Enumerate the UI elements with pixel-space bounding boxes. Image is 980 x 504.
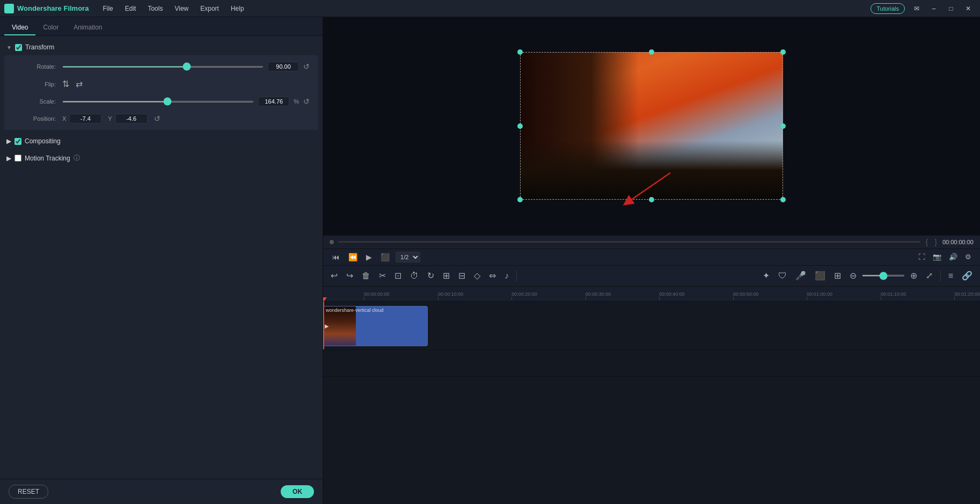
logo-icon — [4, 4, 14, 13]
split-button[interactable]: ⇔ — [486, 268, 499, 283]
scale-reset-icon[interactable]: ↺ — [303, 97, 310, 106]
handle-mid-right[interactable] — [780, 123, 786, 129]
fit-button[interactable]: ⤢ — [923, 268, 936, 283]
motion-tracking-checkbox[interactable] — [14, 155, 21, 162]
grid-button[interactable]: ⊞ — [831, 268, 844, 283]
ruler-mark-0: 00:00:00:00 — [364, 291, 390, 300]
app-logo: Wondershare Filmora — [4, 4, 89, 13]
position-row: Position: X -7.4 Y -4.6 ↺ — [13, 114, 310, 123]
shield-button[interactable]: 🛡 — [775, 269, 790, 283]
skip-back-button[interactable]: ⏮ — [330, 251, 342, 263]
tab-animation[interactable]: Animation — [66, 20, 109, 35]
position-x-group: X -7.4 — [62, 114, 101, 123]
timeline-track[interactable] — [338, 241, 920, 243]
motion-tracking-section: ▶ Motion Tracking ⓘ — [4, 150, 318, 166]
track-add-button[interactable]: ≡ — [945, 269, 956, 283]
right-panel: { } 00:00:00:00 ⏮ ⏪ ▶ ⬛ 1/2 ⛶ 📷 🔊 ⚙ — [323, 17, 980, 504]
mic-button[interactable]: 🎤 — [792, 268, 809, 283]
rotate-tool-button[interactable]: ↻ — [424, 268, 437, 283]
settings-button[interactable]: ⚙ — [963, 252, 974, 262]
handle-top-mid[interactable] — [649, 49, 654, 55]
fullscreen-button[interactable]: ⛶ — [916, 252, 927, 262]
link-button[interactable]: 🔗 — [959, 268, 976, 283]
transform-body: Rotate: 90.00 ↺ Flip: ⇅ ⇄ — [4, 55, 318, 130]
handle-top-right[interactable] — [780, 49, 786, 55]
play-button[interactable]: ▶ — [363, 251, 375, 263]
close-button[interactable]: ✕ — [961, 3, 976, 14]
screenshot-button[interactable]: 📷 — [931, 252, 944, 262]
marker-button[interactable]: ◇ — [471, 268, 484, 283]
menu-help[interactable]: Help — [225, 3, 250, 14]
titlebar: Wondershare Filmora File Edit Tools View… — [0, 0, 980, 17]
video-clip[interactable]: wondershare-vertical cloud ▶ — [323, 306, 428, 346]
main-layout: Video Color Animation ▼ Transform Rotate… — [0, 17, 980, 504]
rotate-slider-container: 90.00 ↺ — [62, 62, 310, 71]
position-y-label: Y — [108, 115, 112, 122]
flip-horizontal-button[interactable]: ⇅ — [62, 79, 69, 89]
handle-mid-left[interactable] — [517, 123, 523, 129]
motion-tracking-arrow-icon: ▶ — [6, 155, 11, 162]
motion-tracking-section-header[interactable]: ▶ Motion Tracking ⓘ — [4, 150, 318, 166]
scale-value[interactable]: 164.76 — [258, 97, 289, 106]
properties-panel: ▼ Transform Rotate: 90.00 ↺ — [0, 36, 323, 479]
transform-section-header[interactable]: ▼ Transform — [4, 40, 318, 54]
handle-bottom-mid[interactable] — [649, 197, 654, 202]
toolbar: ↩ ↪ 🗑 ✂ ⊡ ⏱ ↻ ⊞ ⊟ ◇ ⇔ ♪ ✦ 🛡 🎤 ⬛ ⊞ ⊖ ⊕ ⤢ — [323, 265, 980, 287]
position-reset-icon[interactable]: ↺ — [154, 114, 160, 123]
crop-button[interactable]: ⊡ — [391, 268, 405, 283]
tab-color[interactable]: Color — [35, 20, 66, 35]
ok-button[interactable]: OK — [281, 485, 314, 498]
delete-button[interactable]: 🗑 — [359, 269, 374, 283]
handle-bottom-left[interactable] — [517, 197, 523, 202]
flip-label: Flip: — [13, 81, 56, 87]
reset-button[interactable]: RESET — [9, 485, 48, 499]
toolbar-right: ✦ 🛡 🎤 ⬛ ⊞ ⊖ ⊕ ⤢ ≡ 🔗 — [759, 268, 976, 283]
menu-export[interactable]: Export — [195, 3, 224, 14]
toolbar-separator — [516, 270, 517, 282]
pip-button[interactable]: ⊟ — [455, 268, 469, 283]
titlebar-controls: Tutorials ✉ – □ ✕ — [871, 3, 976, 14]
zoom-in-button[interactable]: ⊕ — [907, 268, 920, 283]
scale-slider[interactable] — [62, 101, 254, 103]
tutorials-button[interactable]: Tutorials — [871, 3, 905, 14]
timeline-ruler: 00:00:00:00 00:00:10:00 00:00:20:00 00:0… — [323, 287, 980, 302]
transform-button[interactable]: ⊞ — [440, 268, 453, 283]
menu-bar: File Edit Tools View Export Help — [97, 3, 249, 14]
transform-checkbox[interactable] — [15, 44, 22, 51]
cut-button[interactable]: ✂ — [376, 268, 389, 283]
email-icon[interactable]: ✉ — [909, 3, 924, 14]
menu-view[interactable]: View — [169, 3, 194, 14]
color-match-button[interactable]: ⬛ — [811, 268, 829, 283]
menu-file[interactable]: File — [97, 3, 118, 14]
zoom-out-button[interactable]: ⊖ — [846, 268, 860, 283]
maximize-button[interactable]: □ — [944, 3, 959, 14]
menu-tools[interactable]: Tools — [142, 3, 168, 14]
render-button[interactable]: ✦ — [759, 268, 773, 283]
stop-button[interactable]: ⬛ — [378, 251, 392, 263]
compositing-checkbox[interactable] — [14, 138, 21, 145]
audio-detach-button[interactable]: ♪ — [501, 269, 512, 283]
compositing-section-header[interactable]: ▶ Compositing — [4, 134, 318, 148]
rotate-reset-icon[interactable]: ↺ — [303, 62, 310, 71]
quality-select[interactable]: 1/2 — [396, 252, 420, 262]
zoom-slider[interactable] — [862, 275, 905, 276]
ruler-mark-2: 00:00:20:00 — [511, 291, 537, 300]
speed-button[interactable]: ⏱ — [407, 269, 422, 283]
ruler-marks: 00:00:00:00 00:00:10:00 00:00:20:00 00:0… — [364, 291, 980, 300]
handle-bottom-right[interactable] — [780, 197, 786, 202]
redo-button[interactable]: ↪ — [343, 268, 356, 283]
undo-button[interactable]: ↩ — [327, 268, 341, 283]
rotate-value[interactable]: 90.00 — [268, 62, 299, 71]
flip-vertical-button[interactable]: ⇄ — [76, 79, 83, 89]
position-y-value[interactable]: -4.6 — [115, 114, 148, 123]
audio-button[interactable]: 🔊 — [947, 252, 960, 262]
rotate-slider[interactable] — [62, 66, 264, 68]
motion-tracking-info-icon[interactable]: ⓘ — [74, 154, 80, 163]
step-back-button[interactable]: ⏪ — [346, 251, 360, 263]
minimize-button[interactable]: – — [926, 3, 941, 14]
position-y-group: Y -4.6 — [108, 114, 147, 123]
tab-video[interactable]: Video — [4, 20, 35, 35]
video-track: wondershare-vertical cloud ▶ — [323, 302, 980, 350]
menu-edit[interactable]: Edit — [120, 3, 142, 14]
position-x-value[interactable]: -7.4 — [69, 114, 101, 123]
